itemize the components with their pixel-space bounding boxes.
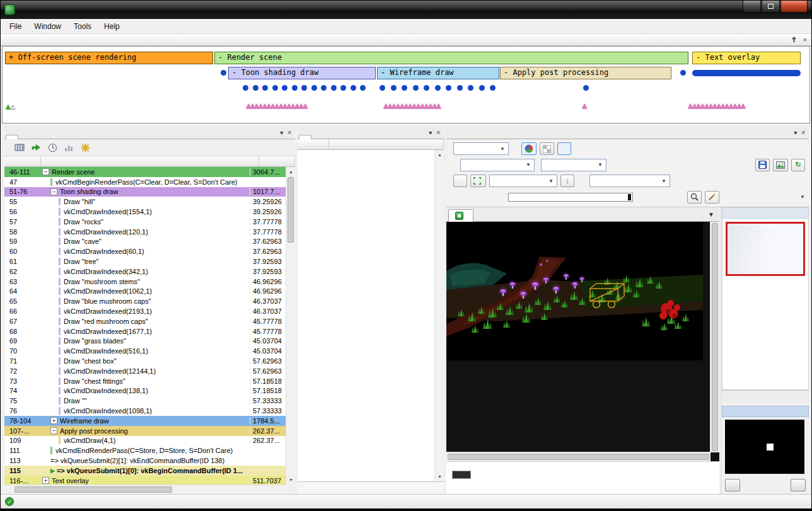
timeline-view-icon[interactable] [14, 142, 25, 153]
maximize-button[interactable] [762, 1, 780, 13]
event-row[interactable]: 72vkCmdDrawIndexed(12144,1)57.62963 [4, 366, 286, 376]
collapse-icon[interactable]: − [50, 427, 57, 434]
event-row[interactable]: 68vkCmdDrawIndexed(1677,1)45.77778 [4, 326, 286, 336]
api-calls-vscrollbar[interactable]: ▲ ▼ [434, 150, 444, 481]
event-row[interactable]: 66vkCmdDrawIndexed(2193,1)46.37037 [4, 306, 286, 316]
event-row[interactable]: 61Draw "tree"37.92593 [4, 256, 286, 267]
callstack-section[interactable] [298, 481, 444, 494]
expand-icon[interactable]: + [42, 477, 49, 484]
collapse-icon[interactable]: − [50, 188, 57, 195]
channels-select[interactable]: ▼ [453, 142, 509, 155]
texture-image[interactable] [446, 222, 703, 360]
menu-help[interactable]: Help [98, 20, 126, 33]
event-row[interactable]: 64vkCmdDrawIndexed(1062,1)46.96296 [4, 287, 286, 297]
event-browser-vscrollbar[interactable]: ▲ ▼ [286, 167, 295, 485]
event-row[interactable]: 109vkCmdDraw(4,1)262.37... [4, 436, 286, 446]
column-name[interactable] [41, 156, 259, 166]
event-row[interactable]: 116-...+Text overlay511.7037 [4, 476, 286, 485]
scroll-up-icon[interactable]: ▲ [435, 150, 444, 159]
event-row[interactable]: 57Draw "rocks"37.77778 [4, 217, 286, 227]
tab-unbound-texture[interactable] [448, 209, 473, 222]
time-durations-icon[interactable] [47, 142, 58, 153]
colorwheel-button[interactable] [521, 142, 536, 155]
timeline-bar[interactable]: + Off-screen scene rendering [5, 52, 213, 64]
zoom-select[interactable]: ▼ [489, 175, 557, 187]
event-row[interactable]: 76vkCmdDrawIndexed(1098,1)57.33333 [4, 406, 286, 416]
pin-icon[interactable] [791, 36, 797, 43]
toolbar-overflow-icon[interactable]: ▼ [800, 194, 805, 200]
event-row[interactable]: 111vkCmdEndRenderPass(C=Store, D=Store, … [4, 445, 286, 456]
event-row[interactable]: 71Draw "chest box"57.62963 [4, 356, 286, 366]
event-row[interactable]: 58vkCmdDrawIndexed(120,1)37.77778 [4, 227, 286, 237]
event-row[interactable]: 47vkCmdBeginRenderPass(C=Clear, D=Clear,… [4, 177, 286, 187]
event-row[interactable]: 69Draw "grass blades"45.03704 [4, 336, 286, 347]
tab-api-calls[interactable] [299, 135, 311, 139]
menu-file[interactable]: File [3, 20, 28, 33]
slice-face-select[interactable]: ▼ [541, 159, 606, 171]
column-duration[interactable] [259, 156, 295, 166]
fb0-thumbnail[interactable] [726, 222, 805, 276]
fit-button[interactable] [470, 175, 486, 187]
event-row[interactable]: 73Draw "chest fittings"57.18518 [4, 376, 286, 386]
minimize-button[interactable] [743, 1, 761, 13]
column-api-call[interactable] [329, 139, 444, 149]
api-calls-close-icon[interactable]: × [436, 129, 440, 136]
histogram-wand-button[interactable] [705, 191, 719, 204]
event-row[interactable]: 113=> vkQueueSubmit(2)[1]: vkEndCommandB… [4, 456, 286, 466]
scroll-down-icon[interactable]: ▼ [286, 475, 296, 485]
open-image-button[interactable] [773, 159, 788, 171]
event-row[interactable]: 60vkCmdDrawIndexed(60,1)37.62963 [4, 246, 286, 256]
history-button[interactable] [725, 479, 740, 491]
expand-icon[interactable]: + [50, 417, 57, 424]
timeline-bar[interactable]: - Toon shading draw [228, 67, 376, 79]
event-row[interactable]: 78-104+Wireframe draw1784.5... [4, 416, 286, 426]
texture-viewer-menu-icon[interactable]: ▾ [794, 129, 797, 136]
event-row[interactable]: 62vkCmdDrawIndexed(342,1)37.92593 [4, 267, 286, 277]
tab-event-browser[interactable] [6, 135, 18, 139]
flip-y-button[interactable]: ↕ [560, 175, 574, 187]
debug-button[interactable] [791, 479, 806, 491]
event-row[interactable]: 55Draw "hill"39.25926 [4, 197, 286, 207]
event-row[interactable]: 67Draw "red mushroom caps"45.77778 [4, 316, 286, 326]
save-texture-button[interactable] [755, 159, 770, 171]
mip-select[interactable]: ▼ [460, 159, 535, 171]
autofit-range-button[interactable] [687, 191, 702, 204]
event-row[interactable]: 115▶=> vkQueueSubmit(1)[0]: vkBeginComma… [4, 466, 286, 476]
texture-display[interactable] [446, 222, 719, 461]
event-row[interactable]: 65Draw "blue mushroom caps"46.37037 [4, 296, 286, 306]
event-row[interactable]: 75Draw ""57.33333 [4, 396, 286, 406]
event-row[interactable]: 56vkCmdDrawIndexed(1554,1)39.25926 [4, 207, 286, 217]
event-browser-close-icon[interactable]: × [287, 129, 291, 136]
overlay-select[interactable]: ▼ [589, 175, 670, 187]
pixel-context-view[interactable] [725, 420, 804, 474]
zoom-1to1-button[interactable] [453, 175, 467, 187]
event-row[interactable]: 59Draw "cave"37.62963 [4, 237, 286, 247]
texture-tab-list-icon[interactable]: ▼ [703, 211, 719, 221]
timeline-bar[interactable]: - Wireframe draw [377, 67, 499, 79]
timeline-bar[interactable]: - Text overlay [692, 52, 801, 64]
texture-vscrollbar[interactable] [710, 222, 719, 452]
alpha-background-button[interactable] [540, 142, 554, 155]
timeline-bar[interactable]: - Render scene [214, 52, 688, 64]
range-slider-handle[interactable] [628, 194, 631, 200]
collapse-icon[interactable]: − [42, 168, 49, 175]
title-bar[interactable] [1, 1, 811, 19]
stats-icon[interactable] [63, 142, 74, 153]
texture-viewer-close-icon[interactable]: × [801, 129, 805, 136]
gamma-button[interactable] [557, 142, 571, 155]
event-browser-hscrollbar[interactable] [4, 485, 286, 494]
event-row[interactable]: 107-...−Apply post processing262.37... [4, 426, 286, 436]
timeline-bar[interactable]: - Apply post processing [500, 67, 671, 79]
column-eid[interactable] [4, 156, 41, 166]
menu-tools[interactable]: Tools [67, 20, 98, 33]
jump-to-current-icon[interactable] [30, 142, 42, 153]
column-eid[interactable] [298, 139, 329, 149]
event-row[interactable]: 70vkCmdDrawIndexed(516,1)45.03704 [4, 346, 286, 356]
api-calls-menu-icon[interactable]: ▾ [429, 129, 432, 136]
scroll-up-icon[interactable]: ▲ [286, 167, 296, 176]
timeline-close-icon[interactable]: × [803, 36, 807, 43]
event-row[interactable]: 74vkCmdDrawIndexed(138,1)57.18518 [4, 386, 286, 396]
event-row[interactable]: 46-111−Render scene3064.7... [4, 167, 286, 177]
event-row[interactable]: 51-76−Toon shading draw1017.7... [4, 187, 286, 197]
close-button[interactable] [780, 1, 808, 13]
